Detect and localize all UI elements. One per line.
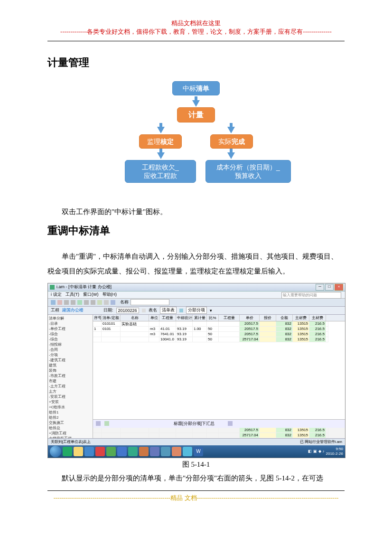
grid-cell[interactable]: 0101 <box>102 327 121 332</box>
tree-panel[interactable]: 清单分解-目录-单价工程 -综合 -综合 -招投标 -合同 -分项-建筑工程 建… <box>48 315 93 438</box>
tray-icon[interactable]: ◆ <box>318 449 321 453</box>
menu-window[interactable]: 窗口(W) <box>83 292 99 298</box>
close-button[interactable]: × <box>335 284 343 291</box>
system-tray[interactable]: ◧ ▣ ◆ ♪ 9:50 2010-2-26 <box>308 447 343 456</box>
menu-settings[interactable]: i 设定 <box>51 292 62 298</box>
tree-item[interactable]: +消防工程 <box>49 431 92 436</box>
grid-cell[interactable]: 832 <box>276 428 293 433</box>
grid-cell[interactable] <box>207 433 219 438</box>
taskbar-word-icon[interactable]: W <box>194 447 203 456</box>
grid-cell[interactable]: 50 <box>207 327 219 332</box>
toolbar-filter[interactable]: 工程 建国办公楼 日期: 20100226 表名 清单表 分部分项 ▾ <box>48 307 345 315</box>
grid-cell[interactable]: 20517.5 <box>240 321 260 327</box>
grid-cell[interactable]: 216.5 <box>309 433 326 438</box>
grid-cell[interactable]: 832 <box>276 327 293 332</box>
grid-cell[interactable]: m3 <box>149 327 159 332</box>
tree-item[interactable]: -安装工程 <box>49 394 92 399</box>
tree-item[interactable]: 清单分解 <box>49 316 92 321</box>
grid-cell[interactable] <box>219 428 240 433</box>
grid-cell[interactable] <box>207 321 219 327</box>
taskbar-icon[interactable] <box>63 447 72 456</box>
save-icon[interactable] <box>57 300 62 305</box>
grid-cell[interactable]: 25717.04 <box>240 337 260 342</box>
grid-cell[interactable]: 50 <box>207 337 219 342</box>
grid-cell[interactable] <box>176 433 193 438</box>
tree-item[interactable]: 装饰 <box>49 368 92 373</box>
grid-cell[interactable] <box>326 327 328 332</box>
grid-cell[interactable]: 13515 <box>293 433 309 438</box>
grid-cell[interactable] <box>149 321 159 327</box>
toolbar-icon[interactable] <box>91 300 95 305</box>
grid-cell[interactable]: 216.5 <box>309 321 326 327</box>
footer-icon[interactable] <box>228 421 233 426</box>
grid-cell[interactable] <box>326 428 328 433</box>
minimize-button[interactable]: ─ <box>316 284 324 291</box>
taskbar-icon[interactable] <box>172 447 181 456</box>
toolbar-main[interactable]: 名称 <box>48 299 345 307</box>
grid-cell[interactable]: 20517.5 <box>240 428 260 433</box>
grid-cell[interactable] <box>159 428 176 433</box>
grid-cell[interactable] <box>207 428 219 433</box>
tree-item[interactable]: 大楼安装工程 <box>49 436 92 438</box>
grid-cell[interactable] <box>121 433 149 438</box>
grid-cell[interactable]: 216.5 <box>309 337 326 342</box>
tree-item[interactable]: -市政工程 <box>49 373 92 378</box>
grid-cell[interactable] <box>121 428 149 433</box>
grid-cell[interactable]: 832 <box>276 321 293 327</box>
toolbar-name-input[interactable] <box>131 299 169 305</box>
tray-icon[interactable]: ◧ <box>308 449 312 453</box>
grid-cell[interactable]: 93.19 <box>176 332 193 337</box>
grid-cell[interactable]: 216.5 <box>309 332 326 337</box>
tree-item[interactable]: -分项 <box>49 352 92 357</box>
grid-cell[interactable] <box>93 428 102 433</box>
tree-item[interactable]: 交换施工 <box>49 420 92 425</box>
grid-cell[interactable] <box>93 321 102 327</box>
grid-cell[interactable] <box>93 332 102 337</box>
grid-cell[interactable]: 93.19 <box>176 327 193 332</box>
menu-help[interactable]: 帮助(H) <box>103 292 117 298</box>
grid-cell[interactable]: 832 <box>276 332 293 337</box>
toolbar-icon[interactable] <box>77 300 82 305</box>
tree-item[interactable]: -土方工程 <box>49 384 92 389</box>
grid-cell[interactable] <box>121 337 149 342</box>
footer-icon[interactable] <box>96 421 101 426</box>
project-value[interactable]: 建国办公楼 <box>62 307 84 313</box>
tree-item[interactable]: 给排总 <box>49 425 92 431</box>
taskbar-icon[interactable] <box>150 447 159 456</box>
table-select[interactable]: 清单表 <box>160 307 177 314</box>
grid-cell[interactable] <box>102 433 121 438</box>
grid-cell[interactable] <box>149 337 159 342</box>
grid-cell[interactable]: 20517.5 <box>240 332 260 337</box>
grid-cell[interactable]: 13515 <box>293 332 309 337</box>
grid-cell[interactable] <box>193 433 207 438</box>
grid-cell[interactable]: 1.00 <box>193 327 207 332</box>
tree-item[interactable]: -综合 <box>49 331 92 337</box>
grid-cell[interactable] <box>176 428 193 433</box>
grid-cell[interactable] <box>149 433 159 438</box>
toolbar-icon[interactable] <box>64 300 69 305</box>
data-grid[interactable]: 序号 清单/定额 名称 单位 工程量 中标统计量 累计量 比% 工程量 单价 报… <box>93 315 345 438</box>
grid-cell[interactable]: 93.19 <box>176 337 193 342</box>
grid-cell[interactable]: 216.5 <box>309 327 326 332</box>
grid-cell[interactable] <box>121 327 149 332</box>
grid-cell[interactable] <box>102 428 121 433</box>
tree-item[interactable]: 土方 <box>49 389 92 394</box>
tray-icon[interactable]: ♪ <box>323 449 325 453</box>
filter-select[interactable]: 分部分项 <box>186 307 207 314</box>
grid-cell[interactable] <box>102 337 121 342</box>
grid-cell[interactable] <box>326 433 328 438</box>
toolbar-icon[interactable] <box>111 300 115 305</box>
grid-cell[interactable] <box>260 433 276 438</box>
grid-cell[interactable] <box>260 321 276 327</box>
grid-cell[interactable] <box>260 337 276 342</box>
tree-item[interactable]: -合同 <box>49 347 92 352</box>
grid-cell[interactable] <box>176 321 193 327</box>
taskbar-icon[interactable] <box>161 447 170 456</box>
grid-cell[interactable]: 13515 <box>293 428 309 433</box>
taskbar-icon[interactable] <box>139 447 149 456</box>
grid-cell[interactable]: 10041.0 <box>159 337 176 342</box>
grid-cell[interactable] <box>260 332 276 337</box>
grid-cell[interactable] <box>193 428 207 433</box>
grid-cell[interactable]: 13515 <box>293 337 309 342</box>
grid-cell[interactable]: 1 <box>93 327 102 332</box>
